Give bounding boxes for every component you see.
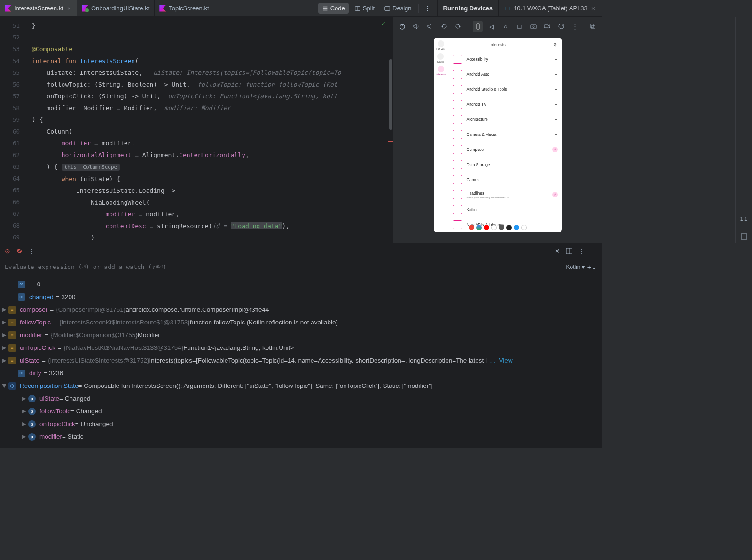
variable-row[interactable]: 01= 0 bbox=[0, 278, 602, 291]
device-frame-icon[interactable] bbox=[473, 21, 483, 32]
inspection-ok-icon[interactable]: ✓ bbox=[381, 20, 386, 27]
checked-icon[interactable]: ✓ bbox=[552, 192, 558, 197]
add-icon[interactable]: + bbox=[555, 222, 557, 228]
running-devices-tab[interactable]: Running Devices bbox=[438, 0, 498, 16]
more-icon[interactable]: ⋮ bbox=[578, 247, 585, 255]
stop-icon[interactable]: ⊘ bbox=[5, 247, 10, 255]
add-icon[interactable]: + bbox=[555, 56, 557, 62]
topic-list[interactable]: Accessibility+Android Auto+Android Studi… bbox=[453, 52, 558, 232]
more-icon[interactable]: ⋮ bbox=[28, 247, 35, 255]
variable-row[interactable]: ▶≡onTopicClick={NiaNavHostKt$NiaNavHost$… bbox=[0, 341, 602, 354]
variable-row[interactable]: ▶uiState = Changed bbox=[0, 392, 602, 405]
variable-row[interactable]: ▶followTopic = Changed bbox=[0, 405, 602, 418]
record-icon[interactable] bbox=[542, 21, 553, 32]
overview-icon[interactable]: □ bbox=[515, 21, 525, 32]
error-stripe-marker[interactable] bbox=[388, 141, 393, 142]
topic-row[interactable]: Compose✓ bbox=[453, 142, 558, 157]
split-view-button[interactable]: Split bbox=[351, 3, 378, 14]
volume-down-icon[interactable] bbox=[425, 21, 435, 32]
chevron-down-icon[interactable]: ⌄ bbox=[591, 263, 597, 271]
variable-row[interactable]: ▶modifier = Static bbox=[0, 430, 602, 443]
more-options-icon[interactable]: ⋮ bbox=[422, 5, 433, 12]
add-watch-icon[interactable]: + bbox=[588, 263, 591, 271]
add-icon[interactable]: + bbox=[555, 71, 557, 77]
svg-rect-9 bbox=[544, 25, 548, 28]
nav-foryou[interactable]: For you bbox=[436, 40, 445, 50]
variable-row[interactable]: ▶onTopicClick = Unchanged bbox=[0, 418, 602, 430]
topic-row[interactable]: Android Studio & Tools+ bbox=[453, 82, 558, 97]
nav-saved[interactable]: Saved bbox=[437, 53, 445, 63]
variable-row-recomposition-state[interactable]: ▶⬡Recomposition State = Composable fun I… bbox=[0, 379, 602, 392]
emulator-screen[interactable]: Edit Interests ⚙ For you Saved Interests… bbox=[434, 38, 562, 232]
tab-interests-screen[interactable]: InterestsScreen.kt × bbox=[0, 0, 77, 16]
variables-tree[interactable]: 01= 0 01changed= 3200 ▶≡composer={Compos… bbox=[0, 275, 602, 448]
add-icon[interactable]: + bbox=[555, 207, 557, 213]
minimize-icon[interactable]: — bbox=[590, 247, 597, 255]
add-icon[interactable]: + bbox=[555, 162, 557, 167]
more-icon[interactable]: ⋮ bbox=[570, 21, 580, 32]
device-screen[interactable]: Edit Interests ⚙ For you Saved Interests… bbox=[393, 36, 602, 243]
topic-row[interactable]: Accessibility+ bbox=[453, 52, 558, 67]
close-icon[interactable]: × bbox=[66, 5, 72, 12]
topic-row[interactable]: Kotlin+ bbox=[453, 202, 558, 217]
variable-row[interactable]: ▶≡uiState={InterestsUiState$Interests@31… bbox=[0, 354, 602, 367]
language-selector[interactable]: Kotlin ▾ bbox=[563, 264, 587, 270]
code-content[interactable]: } @Composable internal fun InterestsScre… bbox=[32, 17, 393, 243]
close-icon[interactable]: × bbox=[590, 5, 596, 12]
close-icon[interactable]: ✕ bbox=[555, 247, 560, 255]
evaluate-input[interactable]: Evaluate expression (⏎) or add a watch (… bbox=[5, 263, 563, 270]
debug-toolbar: ⊘ ⋮ ✕ ⋮ — bbox=[0, 243, 602, 259]
add-icon[interactable]: + bbox=[555, 87, 557, 92]
add-icon[interactable]: + bbox=[555, 117, 557, 122]
code-editor[interactable]: 5152535455565758596061626364656667686970… bbox=[0, 17, 393, 243]
variable-row[interactable]: ▶≡composer={ComposerImpl@31761} androidx… bbox=[0, 303, 602, 316]
split-icon bbox=[354, 5, 361, 12]
tab-onboarding-uistate[interactable]: OnboardingUiState.kt bbox=[77, 0, 155, 16]
power-icon[interactable] bbox=[397, 21, 407, 32]
topic-name: Games bbox=[467, 177, 479, 182]
variable-row[interactable]: 01dirty= 3236 bbox=[0, 367, 602, 379]
layout-icon[interactable] bbox=[566, 248, 572, 254]
separator bbox=[468, 22, 468, 31]
topic-row[interactable]: Android TV+ bbox=[453, 97, 558, 112]
settings-icon[interactable]: ⚙ bbox=[553, 42, 557, 47]
svg-rect-2 bbox=[385, 6, 390, 10]
topic-row[interactable]: Architecture+ bbox=[453, 112, 558, 127]
volume-up-icon[interactable] bbox=[411, 21, 422, 32]
tab-topic-screen[interactable]: TopicScreen.kt bbox=[155, 0, 214, 16]
back-icon[interactable]: ◁ bbox=[486, 21, 497, 32]
topic-name: Architecture bbox=[467, 117, 488, 122]
svg-rect-3 bbox=[505, 7, 510, 10]
variable-row[interactable]: 01changed= 3200 bbox=[0, 291, 602, 303]
topic-row[interactable]: Games+ bbox=[453, 172, 558, 187]
add-icon[interactable]: + bbox=[555, 177, 557, 182]
topic-row[interactable]: Camera & Media+ bbox=[453, 127, 558, 142]
mute-breakpoints-icon[interactable] bbox=[16, 248, 23, 254]
add-icon[interactable]: + bbox=[555, 102, 557, 107]
home-icon[interactable]: ○ bbox=[501, 21, 511, 32]
reset-icon[interactable] bbox=[556, 21, 566, 32]
scrollbar-thumb[interactable] bbox=[389, 59, 392, 130]
layout-inspector-icon[interactable] bbox=[588, 21, 598, 32]
rotate-left-icon[interactable] bbox=[439, 21, 449, 32]
variable-row[interactable]: ▶≡modifier={Modifier$Companion@31755} Mo… bbox=[0, 329, 602, 341]
topic-row[interactable]: Data Storage+ bbox=[453, 157, 558, 172]
topic-row[interactable]: Android Auto+ bbox=[453, 67, 558, 82]
code-view-button[interactable]: Code bbox=[318, 3, 349, 14]
checked-icon[interactable]: ✓ bbox=[552, 147, 558, 152]
editor-scrollbar[interactable] bbox=[388, 17, 393, 243]
topic-name: Compose bbox=[467, 147, 484, 152]
tab-label: OnboardingUiState.kt bbox=[91, 5, 149, 12]
nav-interests[interactable]: Interests bbox=[436, 66, 446, 76]
rotate-right-icon[interactable] bbox=[453, 21, 463, 32]
topic-name: Kotlin bbox=[467, 207, 477, 212]
tablet-device-icon bbox=[504, 5, 511, 12]
device-tab[interactable]: 10.1 WXGA (Tablet) API 33 × bbox=[498, 0, 602, 16]
topic-name: Camera & Media bbox=[467, 132, 497, 137]
design-view-button[interactable]: Design bbox=[380, 3, 415, 14]
variable-row[interactable]: ▶≡followTopic={InterestsScreenKt$Interes… bbox=[0, 316, 602, 329]
add-icon[interactable]: + bbox=[555, 132, 557, 137]
topic-row[interactable]: HeadlinesNews you'll definitely be inter… bbox=[453, 187, 558, 202]
screenshot-icon[interactable] bbox=[528, 21, 539, 32]
view-link[interactable]: View bbox=[499, 357, 513, 364]
